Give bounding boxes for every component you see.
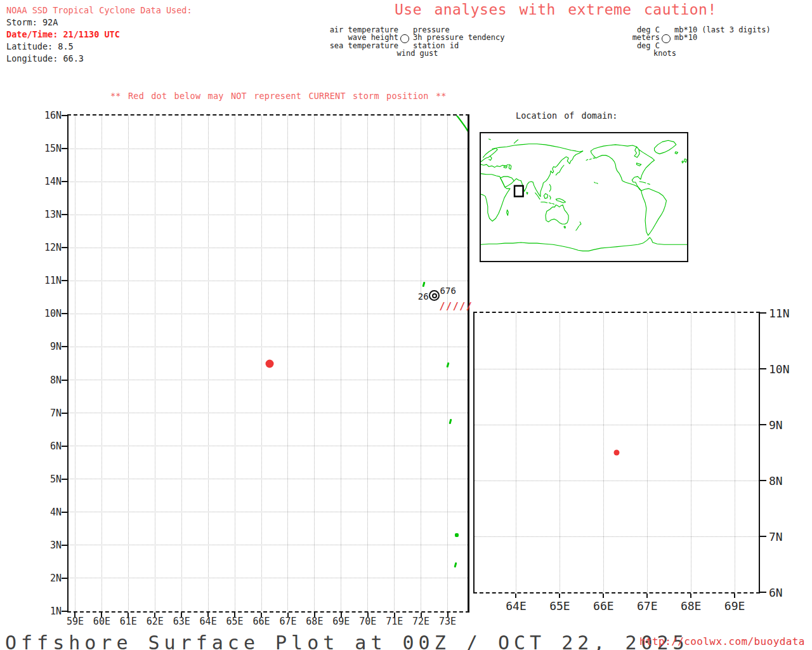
y-tick-label: 9N [769, 418, 783, 432]
y-tick-label: 11N [769, 307, 790, 320]
y-tick [62, 148, 67, 149]
x-tick-label: 68E [306, 616, 323, 627]
lon-gridline [208, 116, 209, 611]
units-legend-right-column: mb*10 (last 3 digits) mb*10 [674, 26, 771, 42]
x-tick [515, 594, 516, 598]
legend-pressure-tendency: 3h pressure tendency [413, 34, 505, 41]
lon-gridline [128, 116, 129, 611]
lon-gridline [181, 116, 182, 611]
units-legend-left-column: deg C meters deg C [625, 26, 660, 50]
x-tick-label: 60E [93, 616, 110, 627]
lon-gridline [102, 116, 102, 611]
x-tick-label: 62E [147, 616, 164, 627]
main-map: 59E60E61E62E63E64E65E66E67E68E69E70E71E7… [67, 114, 469, 613]
lon-gridline [341, 116, 341, 611]
units-circle-icon [662, 34, 671, 43]
lat-gridline [69, 545, 468, 545]
y-tick [62, 115, 67, 116]
plot-title: Offshore Surface Plot at 00Z / OCT 22, 2… [5, 632, 689, 650]
station-pressure: 676 [440, 286, 456, 296]
y-tick [62, 313, 67, 314]
storm-position-dot [614, 450, 620, 456]
storm-longitude-line: Longitude: 66.3 [6, 53, 192, 65]
y-tick-label: 16N [44, 110, 62, 121]
y-tick [62, 380, 67, 381]
x-tick-label: 66E [593, 599, 614, 613]
y-tick [62, 545, 67, 546]
lon-gridline [155, 116, 155, 611]
lat-gridline [69, 578, 468, 578]
x-tick-label: 64E [200, 616, 217, 627]
y-tick [760, 312, 766, 314]
y-tick-label: 6N [769, 586, 783, 599]
lon-gridline [421, 116, 421, 611]
island-mark [455, 533, 459, 537]
world-map-inset [480, 132, 688, 262]
lat-gridline [475, 481, 759, 481]
x-tick-label: 65E [549, 599, 570, 613]
storm-id-line: Storm: 92A [6, 17, 192, 29]
x-tick [646, 594, 648, 598]
x-tick-label: 70E [359, 616, 376, 627]
y-tick [62, 214, 67, 215]
y-tick-label: 4N [50, 506, 62, 517]
source-url: http://coolwx.com/buoydata [639, 635, 805, 647]
station-legend-left-column: air temperature wave height sea temperat… [322, 26, 398, 50]
lat-gridline [69, 479, 468, 479]
lat-gridline [475, 369, 759, 369]
y-tick-label: 8N [50, 374, 62, 385]
y-tick [62, 247, 67, 248]
lon-gridline [603, 313, 604, 592]
y-tick [62, 446, 67, 447]
lon-gridline [367, 116, 368, 611]
storm-datetime-line: Date/Time: 21/1130 UTC [6, 29, 192, 41]
legend-sea-temperature: sea temperature [322, 42, 398, 50]
lon-gridline [560, 313, 560, 592]
y-tick [760, 424, 766, 425]
y-tick-label: 10N [769, 362, 790, 376]
lat-gridline [69, 413, 468, 413]
storm-position-warning: ** Red dot below may NOT represent CURRE… [110, 91, 447, 101]
storm-position-dot [265, 359, 273, 368]
y-tick-label: 15N [44, 143, 62, 154]
y-tick [62, 479, 67, 480]
lon-gridline [75, 116, 75, 611]
island-mark [422, 281, 425, 287]
world-coastlines [481, 133, 687, 261]
x-tick [603, 594, 604, 598]
zoom-inset-map: 64E65E66E67E68E69E6N7N8N9N10N11N [473, 312, 760, 594]
lat-gridline [475, 425, 759, 425]
y-tick [62, 611, 67, 612]
y-tick-label: 13N [44, 209, 62, 220]
y-tick-label: 7N [50, 407, 62, 418]
x-tick-label: 69E [724, 599, 745, 613]
station-wind-gust-hatch: ///// [440, 301, 473, 312]
legend-wind-gust: wind gust [383, 50, 452, 57]
offshore-surface-plot-page: NOAA SSD Tropical Cyclone Data Used: Sto… [0, 0, 812, 650]
lon-gridline [235, 116, 235, 611]
domain-box [514, 186, 523, 197]
lon-gridline [394, 116, 395, 611]
y-tick [760, 592, 766, 593]
x-tick-label: 68E [681, 599, 702, 613]
y-tick-label: 8N [769, 474, 783, 488]
x-tick-label: 59E [67, 616, 84, 627]
lon-gridline [516, 313, 516, 592]
domain-inset-title: Location of domain: [516, 110, 617, 121]
x-tick-label: 66E [252, 616, 270, 627]
island-mark [449, 418, 452, 424]
y-tick-label: 14N [44, 176, 62, 187]
lat-gridline [69, 248, 468, 248]
lat-gridline [69, 446, 468, 446]
lon-gridline [735, 313, 735, 592]
lon-gridline [261, 116, 262, 611]
station-circle-icon [400, 34, 409, 43]
lon-gridline [691, 313, 691, 592]
lat-gridline [69, 380, 468, 380]
x-tick-label: 64E [506, 599, 527, 613]
y-tick-label: 11N [44, 275, 62, 286]
x-tick-label: 73E [439, 616, 456, 627]
lat-gridline [69, 347, 468, 347]
station-legend-right-column: pressure 3h pressure tendency station id [413, 26, 505, 50]
data-source-line: NOAA SSD Tropical Cyclone Data Used: [6, 4, 192, 17]
